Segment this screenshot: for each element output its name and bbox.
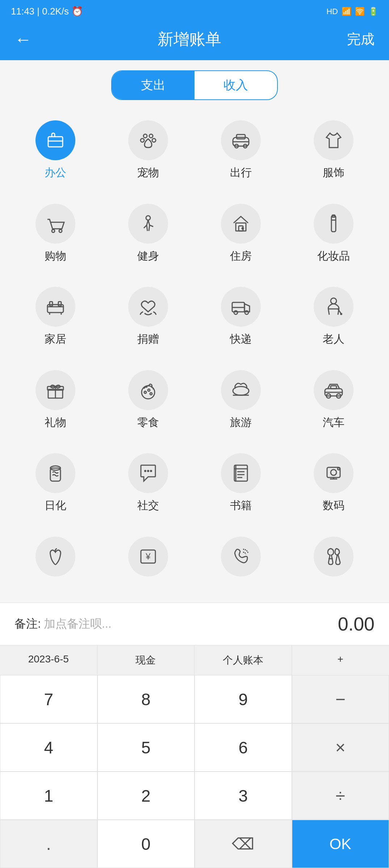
top-bar: ← 新增账单 完成 [0,21,389,60]
books-label: 书籍 [230,498,252,513]
category-social[interactable]: 社交 [104,447,193,527]
travel-icon [230,129,252,151]
keypad-info-row: 2023-6-5 现金 个人账本 + [0,645,389,675]
key-6[interactable]: 6 [194,723,292,772]
svg-point-39 [150,393,152,395]
key-2[interactable]: 2 [97,772,195,820]
svg-point-16 [242,228,243,229]
signal-icon: 📶 [342,7,351,16]
done-button[interactable]: 完成 [347,30,375,49]
category-finance[interactable]: ¥ [104,531,193,596]
category-fitness[interactable]: 健身 [104,198,193,278]
finance-icon-wrap: ¥ [128,537,168,576]
food-icon-wrap [35,537,75,576]
elderly-icon [323,296,344,318]
office-icon-wrap [35,120,75,160]
finance-icon: ¥ [137,546,159,567]
digital-icon [323,462,344,484]
key-9[interactable]: 9 [194,675,292,723]
key-minus[interactable]: − [292,675,389,723]
car-icon-wrap [314,370,354,410]
key-dot[interactable]: . [0,820,97,868]
category-home[interactable]: 家居 [11,281,100,361]
category-cosmetics[interactable]: 化妆品 [289,198,378,278]
cosmetics-icon [323,213,344,235]
backspace-icon: ⌫ [232,835,254,853]
key-divide[interactable]: ÷ [292,772,389,820]
svg-rect-14 [236,223,246,231]
category-books[interactable]: 书籍 [196,447,285,527]
key-7[interactable]: 7 [0,675,97,723]
home-icon-wrap [35,287,75,327]
food-icon [45,546,66,567]
express-icon-wrap [221,287,261,327]
category-daily[interactable]: 日化 [11,447,100,527]
keypad-account[interactable]: 个人账本 [194,645,292,675]
key-multiply[interactable]: × [292,723,389,772]
svg-point-37 [144,391,146,393]
fitness-label: 健身 [137,249,159,264]
back-button[interactable]: ← [14,31,32,48]
daily-icon [45,462,66,484]
category-snack[interactable]: 零食 [104,364,193,444]
category-donate[interactable]: 捐赠 [104,281,193,361]
category-clothing[interactable]: 服饰 [289,115,378,194]
category-office[interactable]: 办公 [11,115,100,194]
tab-income[interactable]: 收入 [194,71,277,99]
category-express[interactable]: 快递 [196,281,285,361]
status-icons: HD 📶 🛜 🔋 [326,7,378,16]
key-3[interactable]: 3 [194,772,292,820]
elderly-label: 老人 [323,332,344,347]
tab-expense[interactable]: 支出 [112,71,194,99]
key-4[interactable]: 4 [0,723,97,772]
svg-point-49 [144,470,146,472]
tab-toggle: 支出 收入 [111,70,278,100]
repair-icon-wrap [314,537,354,576]
category-repair[interactable] [289,531,378,596]
category-tourism[interactable]: 旅游 [196,364,285,444]
key-1[interactable]: 1 [0,772,97,820]
key-backspace[interactable]: ⌫ [194,820,292,868]
svg-point-60 [338,468,340,470]
note-label: 备注: [14,616,41,632]
social-icon [137,462,159,484]
car-icon [323,379,344,401]
keypad-plus-op[interactable]: + [292,645,389,675]
svg-point-38 [148,389,150,391]
category-elderly[interactable]: 老人 [289,281,378,361]
keypad-date[interactable]: 2023-6-5 [0,645,97,675]
clothing-icon-wrap [314,120,354,160]
category-phone[interactable] [196,531,285,596]
category-car[interactable]: 汽车 [289,364,378,444]
fitness-icon-wrap [128,204,168,244]
category-travel[interactable]: 出行 [196,115,285,194]
key-ok[interactable]: OK [292,820,389,868]
keypad: 7 8 9 − 4 5 6 × 1 2 3 ÷ . 0 ⌫ OK [0,675,389,868]
donate-icon [137,296,159,318]
svg-point-28 [245,311,248,314]
donate-label: 捐赠 [137,332,159,347]
key-8[interactable]: 8 [97,675,195,723]
travel-icon-wrap [221,120,261,160]
tourism-icon [230,379,252,401]
category-gift[interactable]: 礼物 [11,364,100,444]
social-icon-wrap [128,453,168,493]
key-5[interactable]: 5 [97,723,195,772]
note-input[interactable]: 加点备注呗... [44,616,112,632]
svg-point-13 [146,216,150,220]
daily-icon-wrap [35,453,75,493]
svg-rect-0 [48,137,63,147]
category-housing[interactable]: 住房 [196,198,285,278]
category-shopping[interactable]: 购物 [11,198,100,278]
elderly-icon-wrap [314,287,354,327]
fitness-icon [137,213,159,235]
gift-icon [45,379,66,401]
category-digital[interactable]: 数码 [289,447,378,527]
category-food[interactable] [11,531,100,596]
snack-icon [137,379,159,401]
home-icon [45,296,66,318]
keypad-payment[interactable]: 现金 [97,645,195,675]
key-0[interactable]: 0 [97,820,195,868]
category-pet[interactable]: 宠物 [104,115,193,194]
hd-label: HD [326,7,338,16]
